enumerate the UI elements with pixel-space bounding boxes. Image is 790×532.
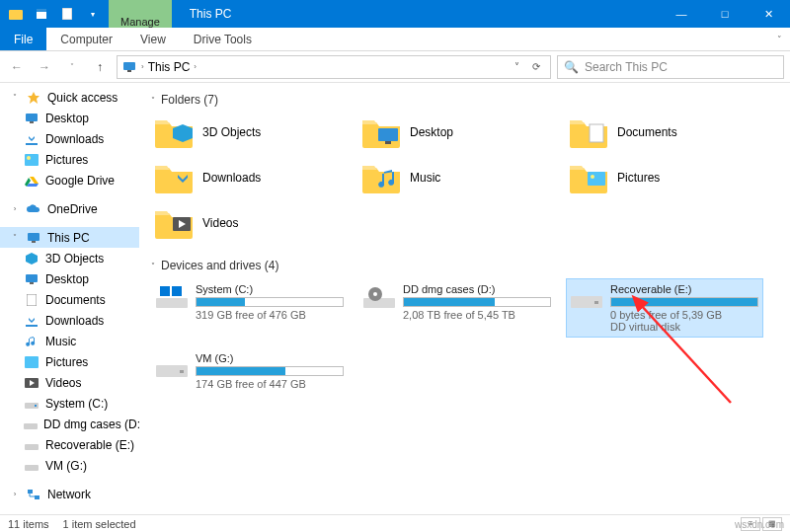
star-icon xyxy=(26,90,41,106)
navigation-bar: ← → ˅ ↑ › This PC › ˅ ⟳ 🔍 Search This PC xyxy=(0,51,790,83)
maximize-button[interactable]: □ xyxy=(703,0,747,28)
folder-desktop[interactable]: Desktop xyxy=(358,113,556,152)
svg-point-45 xyxy=(373,292,377,296)
sidebar-onedrive[interactable]: ›OneDrive xyxy=(0,198,139,219)
svg-marker-17 xyxy=(26,253,38,265)
forward-button[interactable]: → xyxy=(34,56,55,78)
drive-icon xyxy=(24,458,40,474)
drive-dd-dmg-cases-d-[interactable]: DD dmg cases (D:) 2,08 TB free of 5,45 T… xyxy=(358,278,556,338)
svg-rect-5 xyxy=(127,70,131,72)
sidebar-quick-access[interactable]: ˅Quick access xyxy=(0,87,139,108)
drive-icon xyxy=(24,417,38,432)
address-history-dropdown-icon[interactable]: ˅ xyxy=(507,61,526,72)
svg-rect-47 xyxy=(594,301,598,304)
drive-label: System (C:) xyxy=(196,283,344,295)
minimize-button[interactable]: — xyxy=(660,0,703,28)
chevron-down-icon: ˅ xyxy=(10,93,20,102)
address-bar[interactable]: › This PC › ˅ ⟳ xyxy=(117,55,551,79)
sidebar-item-music[interactable]: Music xyxy=(0,331,139,351)
window-title: This PC xyxy=(172,0,232,28)
svg-rect-7 xyxy=(26,114,38,121)
sidebar-item-videos[interactable]: Videos xyxy=(0,372,139,393)
qat-icon-explorer[interactable] xyxy=(4,3,28,25)
navigation-pane: ˅Quick access Desktop Downloads Pictures… xyxy=(0,83,139,514)
sidebar-item-3dobjects[interactable]: 3D Objects xyxy=(0,248,139,268)
sidebar-this-pc[interactable]: ˅This PC xyxy=(0,227,139,248)
svg-marker-6 xyxy=(28,92,40,104)
drive-free-text: 2,08 TB free of 5,45 TB xyxy=(403,309,551,321)
ribbon-expand-icon[interactable]: ˅ xyxy=(769,28,790,50)
drive-free-text: 0 bytes free of 5,39 GB xyxy=(610,309,758,321)
svg-rect-2 xyxy=(37,9,46,12)
sidebar-item-downloads[interactable]: Downloads xyxy=(0,128,139,149)
desktop-icon xyxy=(24,271,40,287)
folder-documents[interactable]: Documents xyxy=(566,113,763,152)
sidebar-item-dd-dmg-d[interactable]: DD dmg cases (D:) xyxy=(0,414,139,434)
sidebar-item-documents[interactable]: Documents xyxy=(0,289,139,310)
chevron-down-icon: ˅ xyxy=(151,96,155,105)
close-button[interactable]: ✕ xyxy=(747,0,790,28)
chevron-right-icon: › xyxy=(10,204,20,213)
tab-view[interactable]: View xyxy=(126,28,180,50)
quick-access-toolbar: ▾ xyxy=(0,0,109,28)
svg-rect-27 xyxy=(24,423,38,429)
file-tab[interactable]: File xyxy=(0,28,46,50)
svg-rect-40 xyxy=(156,298,188,308)
sidebar-item-recoverable-e[interactable]: Recoverable (E:) xyxy=(0,434,139,455)
qat-dropdown-icon[interactable]: ▾ xyxy=(81,3,105,25)
sidebar-item-desktop[interactable]: Desktop xyxy=(0,108,139,128)
svg-rect-28 xyxy=(25,444,39,450)
sidebar-item-vm-g[interactable]: VM (G:) xyxy=(0,455,139,476)
drive-system-c-[interactable]: System (C:) 319 GB free of 476 GB xyxy=(151,278,349,338)
back-button[interactable]: ← xyxy=(6,56,28,78)
cloud-icon xyxy=(26,201,41,217)
drive-label: Recoverable (E:) xyxy=(610,283,758,295)
contextual-tab-group: Manage xyxy=(109,0,172,28)
download-icon xyxy=(24,131,40,147)
watermark: wsxdn.com xyxy=(735,519,784,530)
network-icon xyxy=(26,487,41,502)
manage-context-tab[interactable]: Manage xyxy=(109,0,172,28)
sidebar-item-googledrive[interactable]: Google Drive xyxy=(0,170,139,190)
folders-section-header[interactable]: ˅Folders (7) xyxy=(151,89,778,113)
folder-videos[interactable]: Videos xyxy=(151,203,349,243)
sidebar-item-pictures[interactable]: Pictures xyxy=(0,149,139,170)
video-icon xyxy=(24,375,40,391)
folder-3d-objects[interactable]: 3D Objects xyxy=(151,113,349,152)
up-button[interactable]: ↑ xyxy=(89,56,111,78)
drive-usage-bar xyxy=(196,297,344,307)
chevron-down-icon: ˅ xyxy=(10,233,20,242)
folder-music[interactable]: Music xyxy=(358,158,556,197)
drive-icon xyxy=(156,352,188,380)
drive-usage-bar xyxy=(196,366,344,376)
drive-recoverable-e-[interactable]: Recoverable (E:) 0 bytes free of 5,39 GB… xyxy=(566,278,763,338)
svg-rect-10 xyxy=(25,154,39,166)
qat-properties-icon[interactable] xyxy=(30,3,53,25)
folder-label: 3D Objects xyxy=(202,125,261,139)
search-box[interactable]: 🔍 Search This PC xyxy=(557,55,784,79)
refresh-icon[interactable]: ⟳ xyxy=(526,61,546,72)
sidebar-item-downloads-pc[interactable]: Downloads xyxy=(0,310,139,331)
sidebar-item-pictures-pc[interactable]: Pictures xyxy=(0,351,139,372)
folder-pictures[interactable]: Pictures xyxy=(566,158,763,197)
drives-section-header[interactable]: ˅Devices and drives (4) xyxy=(151,255,778,278)
drive-vm-g-[interactable]: VM (G:) 174 GB free of 447 GB xyxy=(151,347,349,395)
sidebar-item-desktop-pc[interactable]: Desktop xyxy=(0,268,139,289)
tab-computer[interactable]: Computer xyxy=(46,28,126,50)
recent-dropdown-icon[interactable]: ˅ xyxy=(61,56,83,78)
folder-label: Videos xyxy=(202,216,238,230)
drive-icon xyxy=(24,396,40,412)
ribbon-tabs: File Computer View Drive Tools ˅ xyxy=(0,28,790,51)
sidebar-item-system-c[interactable]: System (C:) xyxy=(0,393,139,414)
qat-blank-doc-icon[interactable] xyxy=(55,3,79,25)
svg-rect-0 xyxy=(9,10,23,20)
tab-drive-tools[interactable]: Drive Tools xyxy=(180,28,266,50)
document-icon xyxy=(24,292,40,308)
folder-icon xyxy=(360,160,402,195)
folder-icon xyxy=(360,114,402,150)
drive-icon xyxy=(24,437,40,453)
drive-icon xyxy=(363,283,395,311)
sidebar-network[interactable]: ›Network xyxy=(0,484,139,504)
folder-downloads[interactable]: Downloads xyxy=(151,158,349,197)
address-segment-thispc[interactable]: This PC xyxy=(148,60,191,74)
